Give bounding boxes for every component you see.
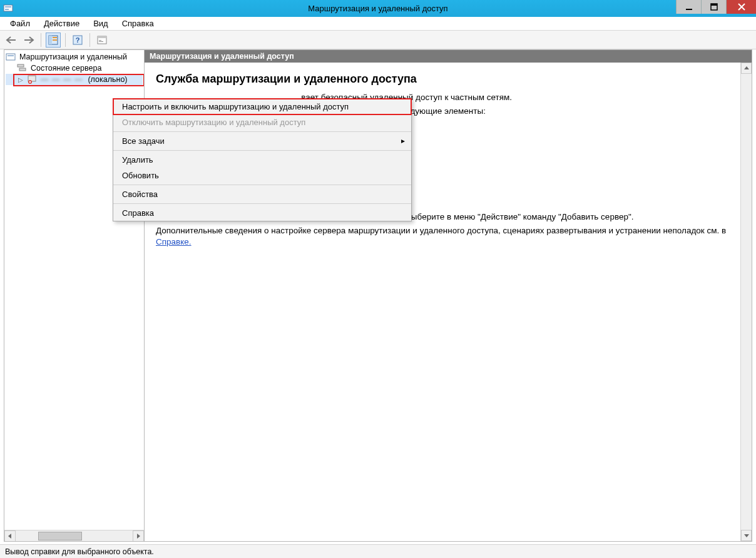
menu-file[interactable]: Файл: [4, 18, 36, 29]
ctx-refresh[interactable]: Обновить: [113, 168, 411, 183]
ctx-separator: [113, 150, 411, 151]
toolbar-separator: [89, 33, 90, 47]
help-button[interactable]: ?: [70, 33, 85, 48]
toolbar-separator: [65, 33, 66, 47]
svg-rect-1: [5, 6, 11, 8]
forward-button[interactable]: [21, 33, 36, 48]
svg-rect-3: [686, 9, 692, 10]
ctx-properties[interactable]: Свойства: [113, 186, 411, 202]
app-icon: [0, 0, 16, 17]
svg-rect-18: [18, 64, 24, 67]
servers-icon: [17, 63, 27, 73]
statusbar: Вывод справки для выбранного объекта.: [0, 544, 756, 558]
ctx-help[interactable]: Справка: [113, 205, 411, 221]
toolbar: ?: [0, 31, 756, 49]
tree-node-root[interactable]: Маршрутизация и удаленный: [6, 51, 143, 63]
svg-rect-22: [29, 81, 31, 83]
tree-node-local-hostname: — — — —: [39, 75, 84, 84]
context-menu: Настроить и включить маршрутизацию и уда…: [113, 98, 412, 221]
menu-action[interactable]: Действие: [38, 18, 86, 29]
ctx-disable: Отключить маршрутизацию и удаленный дост…: [113, 114, 411, 130]
ctx-separator: [113, 131, 411, 132]
back-button[interactable]: [4, 33, 19, 48]
svg-rect-19: [19, 68, 26, 71]
ctx-separator: [113, 203, 411, 204]
help-link[interactable]: Справке.: [156, 237, 192, 246]
svg-rect-9: [53, 39, 57, 41]
content-vertical-scrollbar[interactable]: [740, 63, 752, 541]
svg-text:?: ?: [76, 36, 80, 44]
svg-rect-13: [98, 36, 106, 38]
scroll-left-button[interactable]: [4, 530, 16, 542]
scroll-right-button[interactable]: [133, 530, 144, 542]
svg-rect-5: [711, 4, 717, 6]
tree-node-local-suffix: (локально): [86, 75, 128, 84]
svg-rect-17: [8, 55, 14, 56]
maximize-button[interactable]: [701, 0, 726, 14]
scrollbar-thumb[interactable]: [38, 532, 82, 540]
ctx-delete[interactable]: Удалить: [113, 152, 411, 168]
menubar: Файл Действие Вид Справка: [0, 17, 756, 31]
svg-rect-14: [99, 40, 101, 41]
expand-icon[interactable]: ▷: [17, 76, 24, 83]
svg-rect-15: [99, 41, 103, 42]
content-paragraph-more: Дополнительные сведения о настройке серв…: [156, 225, 729, 248]
tree-root: Маршрутизация и удаленный Состояние серв…: [4, 50, 144, 86]
scrollbar-track[interactable]: [741, 74, 752, 530]
scroll-up-button[interactable]: [741, 63, 752, 74]
tree-horizontal-scrollbar[interactable]: [4, 530, 144, 541]
svg-rect-7: [49, 36, 52, 44]
svg-rect-0: [4, 5, 13, 11]
statusbar-text: Вывод справки для выбранного объекта.: [5, 547, 154, 556]
svg-rect-8: [53, 37, 57, 38]
tree-node-server-status[interactable]: Состояние сервера: [6, 63, 143, 74]
tree-node-local[interactable]: ▷ — — — — (локально): [6, 74, 143, 85]
minimize-button[interactable]: [676, 0, 701, 14]
scrollbar-track[interactable]: [16, 530, 133, 542]
content-header: Маршрутизация и удаленный доступ: [145, 50, 752, 63]
content-title: Служба маршрутизации и удаленного доступ…: [156, 73, 729, 86]
window-title: Маршрутизация и удаленный доступ: [0, 4, 756, 13]
show-hide-tree-button[interactable]: [46, 33, 61, 48]
menu-view[interactable]: Вид: [87, 18, 115, 29]
toolbar-separator: [41, 33, 41, 47]
server-icon: [6, 52, 16, 62]
window-buttons: [676, 0, 756, 17]
menu-help[interactable]: Справка: [116, 18, 160, 29]
titlebar: Маршрутизация и удаленный доступ: [0, 0, 756, 17]
scroll-down-button[interactable]: [741, 530, 752, 541]
svg-rect-16: [6, 54, 15, 60]
close-button[interactable]: [726, 0, 756, 14]
svg-rect-2: [5, 9, 9, 10]
tree-node-server-status-label: Состояние сервера: [29, 64, 103, 73]
properties-button[interactable]: [94, 33, 110, 48]
server-stopped-icon: [27, 74, 37, 84]
ctx-separator: [113, 185, 411, 185]
tree-node-root-label: Маршрутизация и удаленный: [18, 53, 128, 61]
ctx-all-tasks[interactable]: Все задачи: [113, 133, 411, 149]
ctx-configure-enable[interactable]: Настроить и включить маршрутизацию и уда…: [113, 99, 411, 114]
